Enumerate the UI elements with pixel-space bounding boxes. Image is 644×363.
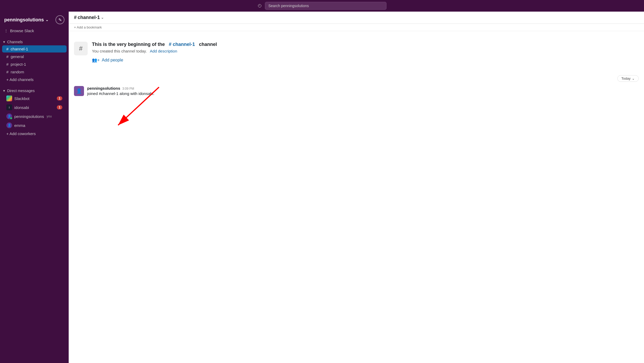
search-input[interactable] (268, 4, 383, 8)
workspace-name[interactable]: penningsolutions ⌄ (4, 17, 49, 23)
message-text: joined #channel-1 along with idonsabi. (87, 91, 639, 96)
add-people-label: Add people (102, 58, 123, 63)
idonsabi-avatar: i (6, 104, 12, 110)
avatar-person-icon: 👤 (76, 88, 82, 94)
hash-icon-project-1: # (6, 62, 8, 66)
sidebar-item-general[interactable]: # general (2, 53, 67, 60)
message-avatar: 👤 (74, 86, 84, 96)
workspace-name-text: penningsolutions (4, 17, 44, 23)
you-tag: you (47, 114, 52, 118)
channels-arrow-icon: ▼ (3, 40, 6, 44)
channel-header: # channel-1 ⌄ (69, 12, 644, 24)
dm-arrow-icon: ▼ (3, 89, 6, 92)
idonsabi-dm-left: i idonsabi (6, 104, 29, 110)
compose-icon: ✎ (58, 17, 62, 22)
channel-1-label: channel-1 (11, 47, 28, 51)
penning-name: penningsolutions (14, 114, 44, 119)
main-layout: penningsolutions ⌄ ✎ ⋮ Browse Slack ▼ Ch… (0, 12, 644, 363)
channels-section-label: Channels (7, 40, 23, 44)
welcome-title: This is the very beginning of the # chan… (92, 42, 639, 47)
channel-title[interactable]: # channel-1 ⌄ (74, 15, 104, 20)
message-content: penningsolutions 3:09 PM joined #channel… (87, 86, 639, 96)
slackbot-badge: 1 (57, 96, 62, 101)
penning-avatar: 👤 (6, 113, 12, 119)
project-1-label: project-1 (11, 62, 26, 66)
message-author: penningsolutions (87, 86, 120, 90)
idonsabi-name: idonsabi (14, 105, 29, 110)
idonsabi-badge: 1 (57, 105, 62, 109)
sidebar-dm-idonsabi[interactable]: i idonsabi 1 (2, 103, 67, 112)
today-chevron-icon: ⌄ (632, 77, 635, 80)
welcome-content: This is the very beginning of the # chan… (92, 42, 639, 65)
sidebar: penningsolutions ⌄ ✎ ⋮ Browse Slack ▼ Ch… (0, 12, 69, 363)
sidebar-item-channel-1[interactable]: # channel-1 (2, 45, 67, 52)
penning-dm-left: 👤 penningsolutions you (6, 113, 52, 119)
dots-icon: ⋮ (4, 29, 8, 33)
sidebar-item-random[interactable]: # random (2, 68, 67, 75)
message-row: 👤 penningsolutions 3:09 PM joined #chann… (69, 84, 644, 98)
add-people-button[interactable]: 👥+ Add people (92, 55, 639, 65)
add-coworkers-label: + Add coworkers (6, 131, 36, 136)
slackbot-dm-left: Slackbot (6, 95, 30, 101)
add-person-icon: 👥+ (92, 58, 100, 63)
welcome-title-suffix: channel (199, 42, 217, 47)
random-label: random (11, 70, 24, 74)
channels-section-header[interactable]: ▼ Channels (0, 37, 69, 45)
hash-icon-channel-1: # (6, 47, 8, 51)
add-bookmark-label: + Add a bookmark (74, 25, 102, 29)
add-channels-item[interactable]: + Add channels (2, 76, 67, 83)
hash-icon-random: # (6, 70, 8, 74)
hash-large-icon: # (79, 45, 82, 52)
direct-messages-section-header[interactable]: ▼ Direct messages (0, 86, 69, 94)
channel-name: channel-1 (78, 15, 100, 20)
direct-messages-label: Direct messages (7, 89, 35, 93)
add-channels-label: + Add channels (6, 77, 34, 82)
today-pill[interactable]: Today ⌄ (617, 75, 639, 82)
welcome-desc: You created this channel today. Add desc… (92, 49, 639, 53)
today-divider: Today ⌄ (69, 73, 644, 84)
channel-chevron-icon: ⌄ (101, 16, 104, 20)
topbar: ⏲ (0, 0, 644, 12)
add-coworkers-item[interactable]: + Add coworkers (2, 130, 67, 137)
workspace-chevron-icon: ⌄ (45, 18, 49, 22)
sidebar-dm-emma[interactable]: 👤 emma (2, 121, 67, 130)
emma-dm-left: 👤 emma (6, 122, 25, 128)
add-description-link[interactable]: Add description (150, 49, 177, 53)
sidebar-item-project-1[interactable]: # project-1 (2, 61, 67, 68)
message-header: penningsolutions 3:09 PM (87, 86, 639, 90)
channel-welcome-icon: # (74, 42, 88, 55)
workspace-header: penningsolutions ⌄ ✎ (0, 12, 69, 27)
clock-icon: ⏲ (258, 3, 262, 9)
emma-name: emma (14, 123, 25, 128)
bookmark-bar[interactable]: + Add a bookmark (69, 24, 644, 31)
search-bar[interactable] (265, 2, 386, 10)
sidebar-dm-slackbot[interactable]: Slackbot 1 (2, 94, 67, 103)
sidebar-dm-penningsolutions[interactable]: 👤 penningsolutions you (2, 112, 67, 121)
channel-hash: # (74, 15, 77, 20)
compose-button[interactable]: ✎ (55, 15, 64, 24)
welcome-channel-link[interactable]: # channel-1 (169, 42, 195, 47)
welcome-title-prefix: This is the very beginning of the (92, 42, 165, 47)
main-content: # channel-1 ⌄ + Add a bookmark # This is… (69, 12, 644, 363)
slackbot-avatar (6, 95, 12, 101)
general-label: general (11, 54, 24, 59)
emma-avatar: 👤 (6, 122, 12, 128)
channel-welcome: # This is the very beginning of the # ch… (69, 36, 644, 73)
hash-icon-general: # (6, 54, 8, 59)
message-time: 3:09 PM (122, 87, 134, 90)
today-label: Today (621, 77, 631, 80)
slackbot-name: Slackbot (14, 96, 30, 101)
welcome-desc-text: You created this channel today. (92, 49, 147, 53)
messages-area: # This is the very beginning of the # ch… (69, 31, 644, 363)
browse-slack-label: Browse Slack (10, 28, 34, 33)
browse-slack-item[interactable]: ⋮ Browse Slack (0, 27, 69, 35)
